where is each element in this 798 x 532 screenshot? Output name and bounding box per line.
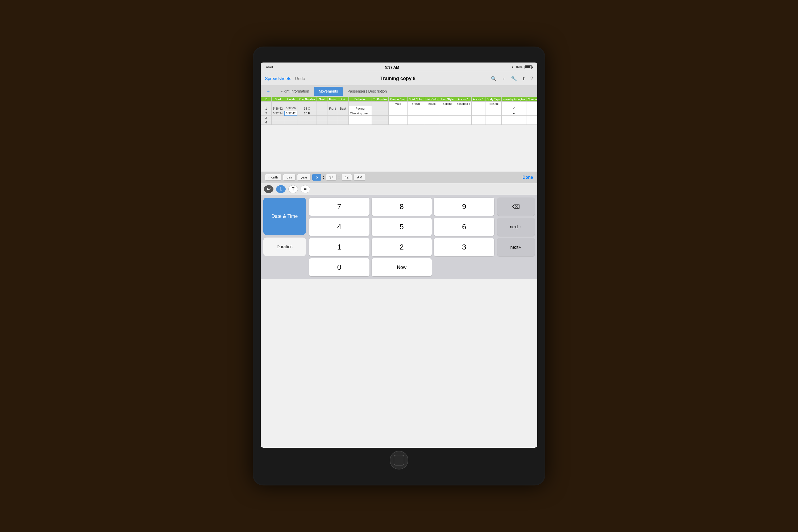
cell-start[interactable]: 5:36:52 [271,106,284,111]
key-2[interactable]: 2 [372,238,432,256]
cell-hair[interactable]: Black [424,101,440,106]
cell-person-desc[interactable]: Male [388,101,407,106]
picker-year[interactable]: year [297,174,311,180]
cell[interactable] [284,116,298,120]
cell[interactable] [348,120,372,125]
picker-month[interactable]: month [265,174,281,180]
cell[interactable] [388,116,407,120]
cell[interactable] [372,101,388,106]
cell[interactable] [485,120,501,125]
cell[interactable] [440,106,455,111]
cell-finish[interactable]: 5:37:09 [284,106,298,111]
cell[interactable] [372,120,388,125]
cell[interactable] [327,120,338,125]
cell-body-type[interactable]: Tall& thi [485,101,501,106]
cell[interactable] [297,120,317,125]
cell-sneezing[interactable] [502,101,527,106]
cell[interactable] [388,111,407,116]
cell[interactable] [271,101,284,106]
cell[interactable] [372,111,388,116]
cell-id[interactable]: 2 [261,111,271,116]
cell[interactable] [407,111,424,116]
cell[interactable] [297,116,317,120]
cell[interactable] [472,111,486,116]
cell[interactable] [455,116,472,120]
cell[interactable] [407,116,424,120]
cell[interactable] [455,120,472,125]
undo-button[interactable]: Undo [295,76,305,81]
cell[interactable] [527,116,537,120]
cell[interactable] [327,111,338,116]
cell[interactable] [348,116,372,120]
cell[interactable] [455,106,472,111]
format-T-button[interactable]: T [288,185,298,193]
next-enter-button[interactable]: next↵ [497,238,535,256]
cell[interactable] [527,111,537,116]
cell-sneezing-check[interactable]: ✓ [502,106,527,111]
cell[interactable] [317,101,327,106]
key-9[interactable]: 9 [434,198,494,216]
cell[interactable] [372,116,388,120]
cell[interactable] [440,120,455,125]
tab-flight-information[interactable]: Flight Information [276,87,314,96]
cell[interactable] [407,106,424,111]
cell-behavior[interactable]: Checking overh [348,111,372,116]
cell-acc2[interactable] [472,101,486,106]
cell-rownum[interactable]: 14 C [297,106,317,111]
cell[interactable] [284,101,298,106]
cell[interactable] [317,111,327,116]
picker-ampm[interactable]: AM [354,174,366,180]
cell[interactable] [338,120,348,125]
cell[interactable] [472,116,486,120]
cell[interactable] [440,116,455,120]
cell[interactable] [472,106,486,111]
tab-movements[interactable]: Movements [314,87,343,96]
picker-day[interactable]: day [283,174,296,180]
picker-second[interactable]: 42 [341,174,352,180]
key-5[interactable]: 5 [372,218,432,236]
key-8[interactable]: 8 [372,198,432,216]
cell[interactable] [455,111,472,116]
cell[interactable] [485,116,501,120]
cell[interactable] [317,120,327,125]
share-icon[interactable]: ⬆ [521,76,526,82]
cell[interactable] [440,111,455,116]
tab-passengers-description[interactable]: Passengers Description [343,87,392,96]
cell[interactable] [327,101,338,106]
cell-finish-selected[interactable]: 5:37:42 [284,111,298,116]
cell[interactable] [527,106,537,111]
cell-id[interactable]: 1 [261,106,271,111]
add-icon[interactable]: ＋ [501,76,506,82]
cell-comments[interactable] [527,101,537,106]
cell[interactable] [424,120,440,125]
cell-shirt[interactable]: Brown [407,101,424,106]
key-3[interactable]: 3 [434,238,494,256]
cell[interactable] [271,120,284,125]
cell-rownum[interactable]: 20 E [297,111,317,116]
cell[interactable] [338,111,348,116]
cell[interactable] [348,101,372,106]
cell[interactable] [261,101,271,106]
spreadsheets-link[interactable]: Spreadsheets [265,76,291,81]
cell-id[interactable]: 3 [261,116,271,120]
cell[interactable] [338,116,348,120]
key-1[interactable]: 1 [309,238,369,256]
cell[interactable] [424,116,440,120]
date-time-button[interactable]: Date & Time [263,198,306,235]
cell-exit[interactable]: Back [338,106,348,111]
cell[interactable] [485,111,501,116]
cell[interactable] [297,101,317,106]
cell-acc1[interactable]: Baseball c [455,101,472,106]
format-eq-button[interactable]: = [301,185,310,193]
cell[interactable] [327,116,338,120]
cell[interactable] [284,120,298,125]
cell[interactable] [388,120,407,125]
cell[interactable] [317,116,327,120]
cell-behavior[interactable]: Pacing [348,106,372,111]
cell[interactable] [407,120,424,125]
wrench-icon[interactable]: 🔧 [511,76,517,82]
cell[interactable] [527,120,537,125]
cell[interactable] [502,116,527,120]
key-6[interactable]: 6 [434,218,494,236]
cell[interactable] [424,106,440,111]
